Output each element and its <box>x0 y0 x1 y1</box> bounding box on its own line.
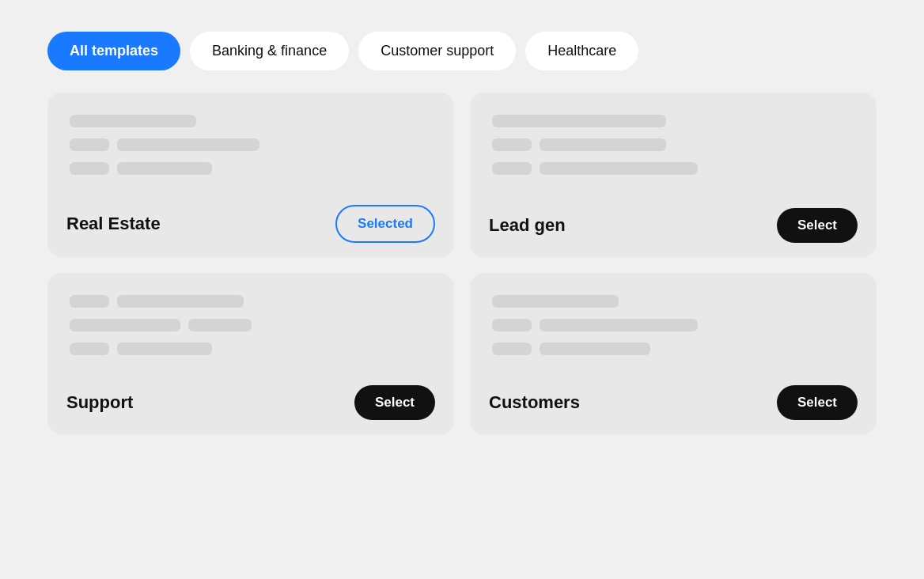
skeleton-line <box>117 162 212 175</box>
card-lead-gen: Lead genSelect <box>470 93 877 257</box>
skeleton-row <box>492 342 854 355</box>
skeleton-row <box>70 162 432 175</box>
card-footer: Real EstateSelected <box>47 191 454 257</box>
cards-grid: Real EstateSelectedLead genSelectSupport… <box>47 93 877 434</box>
card-preview <box>470 93 877 194</box>
skeleton-line <box>117 342 212 355</box>
card-title: Lead gen <box>489 215 566 236</box>
skeleton-line <box>70 115 196 127</box>
skeleton-line <box>492 115 666 127</box>
select-button-lead-gen[interactable]: Select <box>777 208 858 243</box>
skeleton-line <box>540 342 650 355</box>
card-preview <box>47 273 454 371</box>
filter-tab-support[interactable]: Customer support <box>358 32 516 70</box>
card-preview <box>470 273 877 371</box>
card-footer: SupportSelect <box>47 371 454 434</box>
skeleton-line <box>540 138 666 151</box>
skeleton-line <box>70 319 180 331</box>
select-button-support-card[interactable]: Select <box>354 385 435 420</box>
filter-tab-healthcare[interactable]: Healthcare <box>525 32 638 70</box>
skeleton-line <box>492 319 532 331</box>
skeleton-line <box>70 138 109 151</box>
card-preview <box>47 93 454 191</box>
card-footer: Lead genSelect <box>470 194 877 257</box>
card-real-estate: Real EstateSelected <box>47 93 454 257</box>
skeleton-row <box>492 138 854 151</box>
skeleton-line <box>117 295 244 308</box>
card-footer: CustomersSelect <box>470 371 877 434</box>
skeleton-row <box>70 295 432 308</box>
skeleton-row <box>492 319 854 331</box>
card-title: Support <box>66 392 133 413</box>
select-button-real-estate[interactable]: Selected <box>335 205 435 243</box>
skeleton-line <box>540 319 698 331</box>
skeleton-line <box>492 138 532 151</box>
filter-bar: All templatesBanking & financeCustomer s… <box>47 32 877 70</box>
skeleton-line <box>70 342 109 355</box>
skeleton-row <box>70 319 432 331</box>
skeleton-row <box>70 138 432 151</box>
skeleton-line <box>117 138 259 151</box>
skeleton-line <box>70 162 109 175</box>
skeleton-line <box>492 162 532 175</box>
card-title: Customers <box>489 392 580 413</box>
card-customers: CustomersSelect <box>470 273 877 434</box>
filter-tab-banking[interactable]: Banking & finance <box>190 32 349 70</box>
skeleton-line <box>492 295 619 308</box>
card-support-card: SupportSelect <box>47 273 454 434</box>
card-title: Real Estate <box>66 214 161 234</box>
skeleton-line <box>188 319 252 331</box>
skeleton-line <box>492 342 532 355</box>
select-button-customers[interactable]: Select <box>777 385 858 420</box>
skeleton-row <box>70 342 432 355</box>
filter-tab-all[interactable]: All templates <box>47 32 180 70</box>
skeleton-line <box>70 295 109 308</box>
skeleton-row <box>492 162 854 175</box>
skeleton-line <box>540 162 698 175</box>
